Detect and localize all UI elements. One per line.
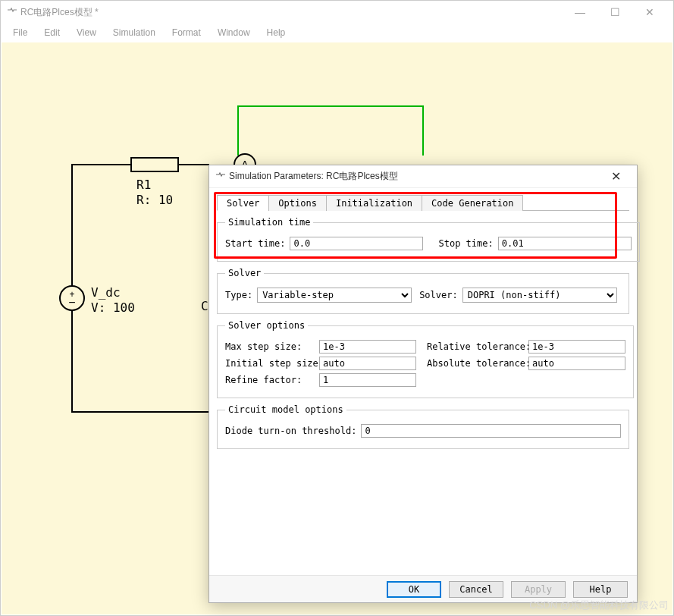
menu-file[interactable]: File [5,26,35,39]
max-step-label: Max step size: [225,341,315,352]
simulation-time-group: Simulation time Start time: Stop time: [217,217,640,262]
dialog-body: Solver Options Initialization Code Gener… [209,188,637,575]
menu-edit[interactable]: Edit [36,26,67,39]
probe-wire [422,105,424,156]
abstol-label: Absolute tolerance: [427,358,524,369]
init-step-input[interactable] [319,357,416,370]
solver-options-legend: Solver options [225,320,308,331]
abstol-input[interactable] [528,357,625,370]
r1-value: R: 10 [136,193,173,207]
vdc-name: V_dc [91,285,121,300]
stop-time-label: Stop time: [438,238,493,249]
reltol-label: Relative tolerance: [427,341,524,352]
dialog-close-button[interactable]: ✕ [600,169,631,184]
dialog-tabs: Solver Options Initialization Code Gener… [217,194,629,211]
start-time-label: Start time: [225,238,285,249]
start-time-input[interactable] [290,237,423,250]
solver-name-select[interactable]: DOPRI (non-stiff) [462,288,617,303]
r1-name: R1 [136,178,151,192]
menu-help[interactable]: Help [259,26,293,39]
close-button[interactable]: ✕ [632,1,667,24]
main-title: RC电路Plces模型 * [20,6,563,19]
apply-button[interactable]: Apply [511,581,566,598]
cancel-button[interactable]: Cancel [449,581,503,598]
dialog-footer: OK Cancel Apply Help [209,575,637,602]
diode-threshold-label: Diode turn-on threshold: [225,426,356,436]
refine-label: Refine factor: [225,375,315,385]
main-menubar: File Edit View Simulation Format Window … [1,24,673,42]
solver-group: Solver Type: Variable-step Solver: DOPRI… [217,268,629,314]
main-titlebar: RC电路Plces模型 * — ☐ ✕ [1,1,673,24]
probe-wire [237,105,239,156]
vdc-value: V: 100 [91,300,135,315]
dialog-icon [215,171,226,182]
solver-type-label: Type: [225,290,252,300]
wire [71,411,209,413]
maximize-button[interactable]: ☐ [597,1,632,24]
voltage-source[interactable]: +− [59,285,85,311]
tab-options[interactable]: Options [268,195,327,211]
app-icon [7,7,17,17]
simulation-time-legend: Simulation time [225,217,313,228]
probe-wire [237,105,423,107]
menu-window[interactable]: Window [210,26,258,39]
solver-type-select[interactable]: Variable-step [257,288,412,303]
simulation-parameters-dialog: Simulation Parameters: RC电路Plces模型 ✕ Sol… [208,165,638,603]
stop-time-input[interactable] [498,237,632,250]
menu-view[interactable]: View [69,26,104,39]
solver-legend: Solver [225,268,264,278]
diode-threshold-input[interactable] [361,424,621,438]
menu-format[interactable]: Format [165,26,208,39]
tab-initialization[interactable]: Initialization [326,195,422,211]
solver-options-group: Solver options Max step size: Relative t… [217,320,634,398]
ok-button[interactable]: OK [387,581,441,598]
resistor-r1[interactable] [130,157,179,172]
circuit-options-legend: Circuit model options [225,404,346,415]
minimize-button[interactable]: — [563,1,597,24]
refine-input[interactable] [319,373,416,387]
max-step-input[interactable] [319,340,416,354]
init-step-label: Initial step size: [225,358,315,369]
reltol-input[interactable] [528,340,625,354]
tab-code-generation[interactable]: Code Generation [422,195,523,211]
cap-label: C [201,299,208,313]
window-controls: — ☐ ✕ [563,1,667,24]
tab-solver[interactable]: Solver [217,195,269,211]
circuit-options-group: Circuit model options Diode turn-on thre… [217,404,629,449]
solver-name-label: Solver: [419,290,458,300]
dialog-title: Simulation Parameters: RC电路Plces模型 [229,170,600,183]
dialog-titlebar[interactable]: Simulation Parameters: RC电路Plces模型 ✕ [209,165,637,188]
menu-simulation[interactable]: Simulation [105,26,163,39]
help-button[interactable]: Help [573,581,628,598]
main-window: RC电路Plces模型 * — ☐ ✕ File Edit View Simul… [0,0,674,616]
